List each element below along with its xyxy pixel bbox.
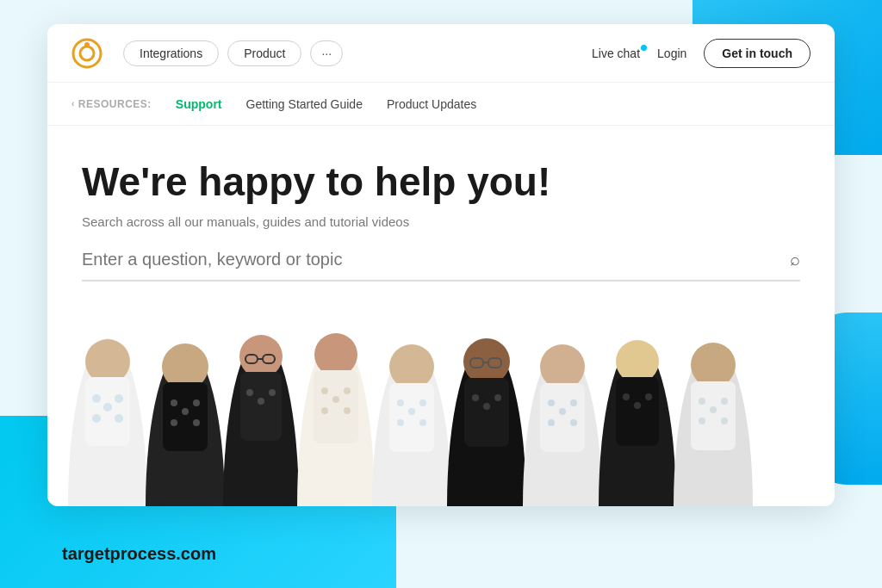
svg-point-68 <box>691 343 736 387</box>
svg-point-2 <box>84 42 90 47</box>
nav-left: Integrations Product ··· <box>123 40 592 66</box>
svg-point-37 <box>389 344 434 389</box>
subnav-support[interactable]: Support <box>176 97 222 111</box>
team-svg <box>66 325 816 506</box>
svg-point-1 <box>80 46 94 60</box>
svg-point-54 <box>540 344 585 389</box>
svg-point-43 <box>419 419 426 426</box>
svg-rect-38 <box>389 383 434 452</box>
svg-point-32 <box>332 396 339 403</box>
svg-point-56 <box>548 399 555 406</box>
domain-label: targetprocess.com <box>62 544 216 564</box>
svg-point-25 <box>246 389 253 396</box>
logo-icon[interactable] <box>71 38 102 69</box>
chevron-left-icon: ‹ <box>71 99 75 108</box>
svg-point-6 <box>92 394 101 403</box>
integrations-button[interactable]: Integrations <box>123 40 219 66</box>
product-button[interactable]: Product <box>227 40 301 66</box>
svg-point-70 <box>699 398 705 405</box>
svg-rect-24 <box>240 372 282 441</box>
svg-point-9 <box>92 414 101 423</box>
resources-label: ‹ RESOURCES: <box>71 98 152 110</box>
hero-title: We're happy to help you! <box>82 160 800 204</box>
svg-point-8 <box>115 394 123 403</box>
svg-rect-13 <box>163 382 208 451</box>
main-card: Integrations Product ··· Live chat Login… <box>47 24 835 506</box>
svg-point-71 <box>710 406 717 413</box>
team-photo <box>47 325 835 506</box>
svg-point-65 <box>634 402 641 409</box>
live-chat-dot <box>641 45 647 51</box>
svg-point-40 <box>408 408 415 415</box>
svg-point-59 <box>548 419 555 426</box>
svg-point-7 <box>103 403 112 412</box>
svg-point-27 <box>269 389 276 396</box>
svg-point-74 <box>721 418 728 424</box>
search-bar: ⌕ <box>82 250 800 282</box>
svg-point-31 <box>321 387 328 394</box>
svg-point-41 <box>419 399 426 406</box>
svg-point-34 <box>321 407 328 414</box>
more-button[interactable]: ··· <box>310 40 343 66</box>
svg-point-73 <box>699 418 705 424</box>
svg-point-35 <box>344 407 351 414</box>
svg-point-72 <box>721 398 728 405</box>
svg-rect-63 <box>616 377 659 446</box>
svg-point-26 <box>258 398 264 405</box>
get-in-touch-button[interactable]: Get in touch <box>704 39 811 68</box>
svg-point-58 <box>570 399 577 406</box>
svg-point-42 <box>397 419 404 426</box>
svg-point-14 <box>171 399 177 406</box>
svg-point-17 <box>171 419 177 426</box>
search-input[interactable] <box>82 250 790 269</box>
svg-point-10 <box>115 414 123 423</box>
svg-point-66 <box>645 393 652 400</box>
search-icon[interactable]: ⌕ <box>790 250 800 269</box>
svg-point-52 <box>494 394 501 401</box>
subnav: ‹ RESOURCES: Support Getting Started Gui… <box>47 83 835 126</box>
svg-rect-69 <box>691 381 736 450</box>
nav-right: Live chat Login Get in touch <box>592 39 811 68</box>
svg-point-39 <box>397 399 404 406</box>
svg-rect-55 <box>540 383 585 452</box>
svg-point-29 <box>314 333 357 376</box>
subnav-product-updates[interactable]: Product Updates <box>387 97 476 111</box>
svg-point-57 <box>559 408 566 415</box>
login-button[interactable]: Login <box>657 46 686 60</box>
live-chat-link[interactable]: Live chat <box>592 46 640 60</box>
svg-point-64 <box>623 393 630 400</box>
svg-rect-30 <box>314 370 358 443</box>
svg-point-15 <box>182 408 189 415</box>
hero-section: We're happy to help you! Search across a… <box>47 126 835 506</box>
svg-point-62 <box>616 340 659 383</box>
svg-point-50 <box>472 394 479 401</box>
subnav-getting-started[interactable]: Getting Started Guide <box>246 97 363 111</box>
svg-rect-49 <box>464 378 509 447</box>
svg-point-60 <box>570 419 577 426</box>
svg-point-18 <box>193 419 200 426</box>
svg-point-33 <box>344 387 351 394</box>
navbar: Integrations Product ··· Live chat Login… <box>47 24 835 83</box>
svg-point-16 <box>193 399 200 406</box>
svg-point-51 <box>483 403 490 410</box>
hero-subtitle: Search across all our manuals, guides an… <box>82 214 800 229</box>
